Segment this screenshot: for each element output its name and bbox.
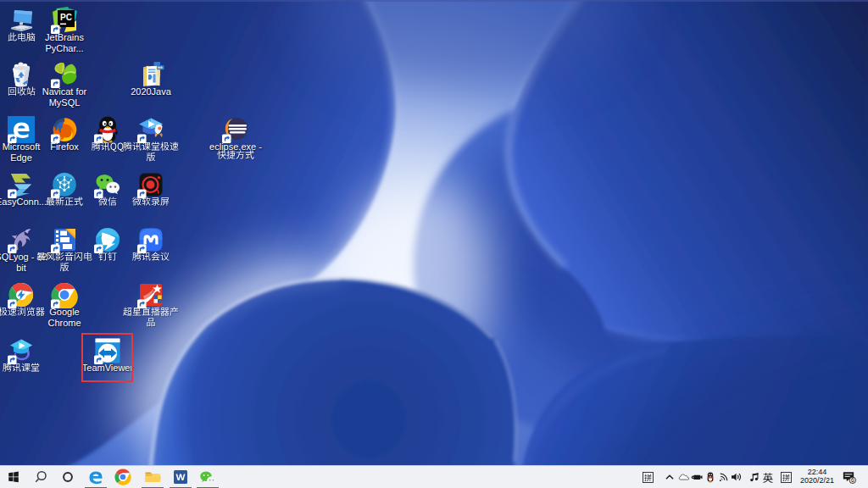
svg-text:6: 6 <box>851 477 854 483</box>
svg-text:PC: PC <box>60 13 72 22</box>
